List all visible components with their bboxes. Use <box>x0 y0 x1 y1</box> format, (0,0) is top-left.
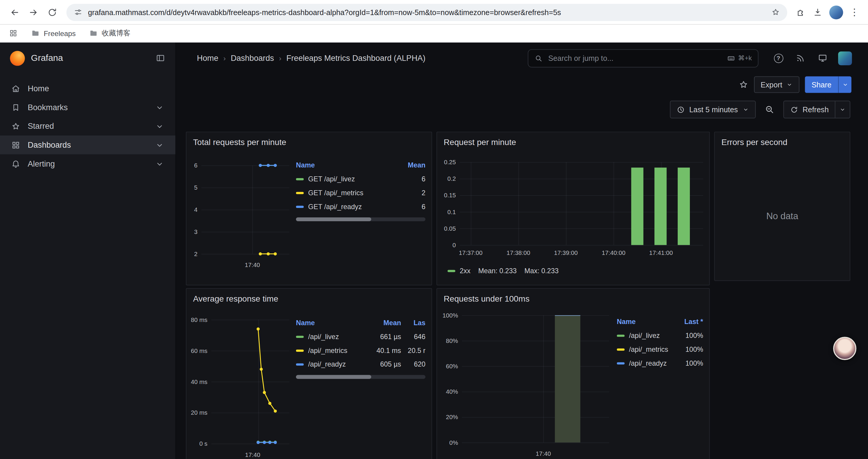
monitor-icon[interactable] <box>813 48 833 68</box>
legend-value: 6 <box>397 175 426 183</box>
legend-value: 40.1 ms <box>369 347 401 354</box>
legend-row[interactable]: /api/_livez100% <box>617 328 703 342</box>
bar <box>631 168 644 245</box>
apps-icon <box>11 140 20 150</box>
gridline <box>471 162 471 245</box>
legend-column-last[interactable]: Last * <box>670 318 703 326</box>
keyboard-icon <box>727 54 735 62</box>
site-settings-icon[interactable] <box>73 8 83 17</box>
breadcrumb-separator: › <box>279 54 281 62</box>
legend-scrollbar[interactable] <box>296 218 426 221</box>
y-tick-label: 0.2 <box>447 175 456 182</box>
legend-column-name[interactable]: Name <box>296 319 369 327</box>
y-axis: 80 ms60 ms40 ms20 ms0 s <box>193 320 212 444</box>
legend-column-mean[interactable]: Mean <box>397 162 426 169</box>
series-color-dash <box>617 348 625 350</box>
legend-column-name[interactable]: Name <box>296 162 397 169</box>
sidebar-item-bookmarks[interactable]: Bookmarks <box>0 98 176 117</box>
floating-assistant-avatar[interactable] <box>833 337 857 360</box>
legend-scrollbar[interactable] <box>296 375 426 379</box>
legend-row[interactable]: /api/_metrics40.1 ms20.5 r <box>296 343 426 357</box>
x-axis: 17:40 <box>202 254 289 270</box>
bookmark-item[interactable]: 收藏博客 <box>89 28 130 38</box>
favorite-star-icon[interactable] <box>739 80 749 90</box>
line-series <box>211 320 289 444</box>
line-chart-plot[interactable] <box>202 165 289 254</box>
y-tick-label: 0.1 <box>447 208 456 215</box>
url-text[interactable]: grafana.mathmast.com/d/deytv4rwavabkb/fr… <box>88 8 766 16</box>
address-bar[interactable]: grafana.mathmast.com/d/deytv4rwavabkb/fr… <box>66 4 787 21</box>
forward-button[interactable] <box>24 3 42 21</box>
line-chart-plot[interactable] <box>211 320 289 444</box>
sidebar-item-label: Alerting <box>28 159 55 168</box>
chevron-down-icon[interactable] <box>838 76 851 93</box>
gridline <box>543 315 544 442</box>
search-input[interactable] <box>547 54 723 63</box>
legend-series-name[interactable]: 2xx <box>460 267 470 275</box>
series-color-dash <box>296 192 304 194</box>
reload-button[interactable] <box>43 3 61 21</box>
refresh-button[interactable]: Refresh <box>783 101 850 119</box>
breadcrumb-item[interactable]: Home <box>197 54 218 63</box>
legend-column-las[interactable]: Las <box>401 319 426 327</box>
series-color-dash <box>617 362 625 364</box>
panel-title[interactable]: Total requests per minute <box>186 132 432 151</box>
legend[interactable]: 2xx Mean: 0.233 Max: 0.233 <box>443 262 703 275</box>
sidebar-item-starred[interactable]: Starred <box>0 117 176 136</box>
bookmark-item[interactable]: Freeleaps <box>31 29 75 37</box>
export-button[interactable]: Export <box>754 76 800 93</box>
zoom-out-icon[interactable] <box>760 101 779 119</box>
panel-total-requests: Total requests per minute 65432 17:40 Na… <box>186 132 432 286</box>
apps-grid-icon[interactable] <box>9 29 18 37</box>
bookmark-star-icon[interactable] <box>771 8 780 17</box>
legend-max: Max: 0.233 <box>524 267 559 275</box>
time-range-picker[interactable]: Last 5 minutes <box>670 101 755 119</box>
sidebar-item-alerting[interactable]: Alerting <box>0 154 176 173</box>
rss-icon[interactable] <box>790 48 810 68</box>
brand-name: Grafana <box>31 53 150 63</box>
user-avatar[interactable] <box>835 48 855 68</box>
area-chart-plot[interactable] <box>462 315 609 442</box>
legend-row[interactable]: GET /api/_readyz6 <box>296 200 426 214</box>
breadcrumb-item[interactable]: Dashboards <box>231 54 274 63</box>
legend-table: NameLast */api/_livez100%/api/_metrics10… <box>617 307 703 459</box>
search-box[interactable]: ⌘+k <box>528 49 758 67</box>
sidebar-item-label: Dashboards <box>28 140 71 150</box>
x-axis: 17:40 <box>211 444 289 459</box>
legend-row[interactable]: GET /api/_livez6 <box>296 172 426 186</box>
legend-column-name[interactable]: Name <box>617 318 670 326</box>
legend-row[interactable]: GET /api/_metrics2 <box>296 186 426 200</box>
legend-column-mean[interactable]: Mean <box>369 319 401 327</box>
x-axis: 17:37:0017:38:0017:39:0017:40:0017:41:00 <box>460 245 703 262</box>
grafana-logo[interactable] <box>10 51 25 66</box>
y-tick-label: 0.05 <box>444 225 456 232</box>
legend-series-name: GET /api/_livez <box>296 175 397 183</box>
refresh-interval-dropdown[interactable] <box>835 101 850 118</box>
help-icon[interactable]: ? <box>769 48 788 68</box>
home-icon <box>11 84 20 93</box>
breadcrumb-item[interactable]: Freeleaps Metrics Dashboard (ALPHA) <box>286 54 426 63</box>
sidebar-collapse-icon[interactable] <box>155 53 165 63</box>
scrollbar-thumb[interactable] <box>296 218 371 221</box>
browser-profile-avatar[interactable] <box>829 5 843 19</box>
breadcrumb-separator: › <box>223 54 226 62</box>
share-button[interactable]: Share <box>805 76 851 93</box>
panel-title[interactable]: Average response time <box>186 289 432 307</box>
scrollbar-thumb[interactable] <box>296 375 371 379</box>
legend-row[interactable]: /api/_livez661 µs646 <box>296 330 426 343</box>
panel-title[interactable]: Request per minute <box>437 132 709 151</box>
browser-menu-icon[interactable]: ⋮ <box>850 7 859 17</box>
chart: 80 ms60 ms40 ms20 ms0 s 17:40 <box>193 307 289 459</box>
sidebar-item-dashboards[interactable]: Dashboards <box>0 136 176 155</box>
sidebar-item-home[interactable]: Home <box>0 79 176 98</box>
panel-title[interactable]: Errors per second <box>715 132 850 151</box>
series-color-dash <box>447 270 455 272</box>
download-icon[interactable] <box>813 7 823 17</box>
legend-row[interactable]: /api/_readyz100% <box>617 356 703 370</box>
panel-title[interactable]: Requests under 100ms <box>437 289 709 307</box>
back-button[interactable] <box>6 3 23 21</box>
bar-chart-plot[interactable] <box>460 162 703 245</box>
legend-row[interactable]: /api/_metrics100% <box>617 342 703 356</box>
legend-row[interactable]: /api/_readyz605 µs620 <box>296 357 426 371</box>
extensions-icon[interactable] <box>796 7 806 17</box>
